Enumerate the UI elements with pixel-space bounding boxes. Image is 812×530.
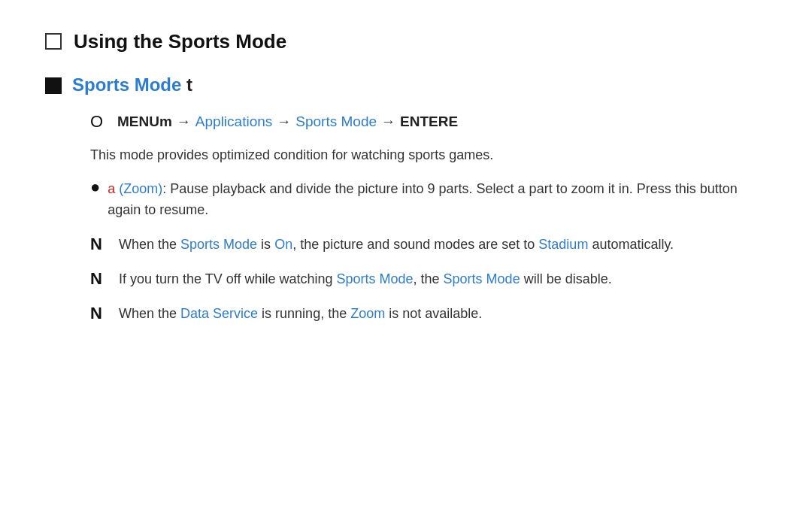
square-bullet-icon bbox=[45, 77, 62, 94]
o-marker: O bbox=[90, 112, 110, 132]
note-item-2: NWhen the Data Service is running, the Z… bbox=[90, 304, 767, 325]
section-description: This mode provides optimized condition f… bbox=[90, 145, 767, 165]
n-marker-0: N bbox=[90, 235, 107, 254]
note-text-1: If you turn the TV off while watching Sp… bbox=[119, 269, 612, 290]
bullet-item: ● a (Zoom): Pause playback and divide th… bbox=[90, 179, 767, 221]
page-title: Using the Sports Mode bbox=[74, 30, 286, 53]
note-item-0: NWhen the Sports Mode is On, the picture… bbox=[90, 235, 767, 256]
notes-container: NWhen the Sports Mode is On, the picture… bbox=[45, 235, 767, 325]
section-title-suffix: t bbox=[181, 74, 192, 95]
h1-section: Using the Sports Mode bbox=[45, 30, 767, 53]
arrow2: → bbox=[277, 114, 291, 130]
bullet-main-text: : Pause playback and divide the picture … bbox=[108, 181, 737, 217]
menu-label: MENUm bbox=[117, 114, 172, 130]
sports-mode-label: Sports Mode bbox=[295, 114, 377, 130]
note-text-0: When the Sports Mode is On, the picture … bbox=[119, 235, 674, 256]
bullet-red-prefix: a bbox=[108, 181, 115, 196]
arrow3: → bbox=[381, 114, 395, 130]
note-text-2: When the Data Service is running, the Zo… bbox=[119, 304, 482, 325]
menu-text: MENUm → Applications → Sports Mode → ENT… bbox=[117, 114, 458, 130]
n-marker-1: N bbox=[90, 269, 107, 289]
note-item-1: NIf you turn the TV off while watching S… bbox=[90, 269, 767, 290]
menu-path-line: O MENUm → Applications → Sports Mode → E… bbox=[90, 112, 767, 132]
bullet-blue-prefix: (Zoom) bbox=[119, 181, 162, 196]
h2-section: Sports Mode t bbox=[45, 74, 767, 95]
n-marker-2: N bbox=[90, 304, 107, 323]
enter-label: ENTERE bbox=[400, 114, 458, 130]
checkbox-icon bbox=[45, 33, 62, 50]
arrow1: → bbox=[177, 114, 191, 130]
section-title: Sports Mode t bbox=[72, 74, 192, 95]
bullet-dot-icon: ● bbox=[90, 177, 100, 197]
section-title-blue: Sports Mode bbox=[72, 74, 181, 95]
bullet-text: a (Zoom): Pause playback and divide the … bbox=[108, 179, 767, 221]
applications-label: Applications bbox=[195, 114, 272, 130]
